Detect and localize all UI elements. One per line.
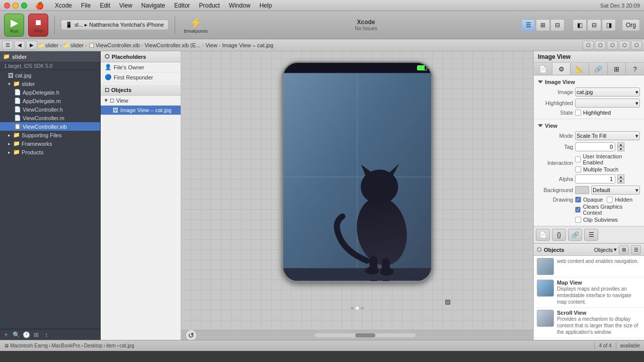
multiple-touch-checkbox[interactable]	[575, 166, 581, 172]
inspector-tool-1[interactable]: 📄	[536, 229, 550, 241]
breadcrumb-action1[interactable]: ⬡	[583, 41, 594, 50]
objects-grid-view[interactable]: ⊞	[619, 245, 629, 254]
sidebar-item-supporting-files[interactable]: ▸ 📁 Supporting Files	[0, 131, 100, 139]
tag-input[interactable]	[575, 142, 615, 151]
close-button[interactable]	[4, 3, 10, 9]
maximize-button[interactable]	[21, 3, 27, 9]
file-list-btn[interactable]: ☰	[2, 41, 13, 50]
resize-handle[interactable]	[445, 300, 450, 305]
sidebar-item-appdelegate-m[interactable]: 📄 AppDelegate.m	[0, 97, 100, 105]
image-view-triangle[interactable]	[538, 80, 543, 83]
hidden-checkbox[interactable]	[607, 197, 613, 203]
canvas-bg[interactable]	[181, 51, 533, 330]
image-select[interactable]: cat.jpg ▾	[575, 87, 640, 97]
object-item-webview[interactable]: web content and enables navigation.	[534, 256, 644, 278]
organizer-btn[interactable]: Org	[622, 19, 640, 31]
view-label: View	[116, 98, 128, 104]
horizontal-scrollbar[interactable]	[315, 333, 416, 337]
stop-button[interactable]: ■ Stop	[28, 14, 48, 37]
back-btn[interactable]: ◀	[14, 41, 25, 50]
menu-product[interactable]: Product	[195, 1, 224, 10]
imageview-tree-item[interactable]: 🖼 Image View – cat.jpg	[101, 106, 181, 115]
mode-select[interactable]: Scale To Fill ▾	[575, 131, 640, 140]
inspector-tab-connections[interactable]: 🔗	[589, 63, 608, 75]
breadcrumb-action2[interactable]: ⬡	[595, 41, 606, 50]
tag-decrement[interactable]: ▼	[617, 147, 624, 151]
status-desktop: Desktop	[84, 343, 103, 348]
menu-file[interactable]: File	[77, 1, 95, 10]
sort-button[interactable]: ↕	[42, 331, 50, 339]
stop-label: Stop	[34, 28, 43, 33]
debug-toggle[interactable]: ⊟	[587, 19, 601, 31]
sidebar-item-frameworks[interactable]: ▸ 📁 Frameworks	[0, 139, 100, 148]
inspector-tab-help[interactable]: ?	[626, 63, 644, 75]
menu-navigate[interactable]: Navigate	[137, 1, 169, 10]
add-file-button[interactable]: +	[2, 331, 10, 339]
user-interaction-checkbox[interactable]	[575, 156, 581, 162]
menu-edit[interactable]: Edit	[96, 1, 114, 10]
filter-button[interactable]: 🔍	[12, 331, 20, 339]
background-select[interactable]: Default ▾	[591, 186, 640, 195]
apple-menu[interactable]: 🍎	[31, 1, 48, 11]
sidebar-item-viewcontroller-m[interactable]: 📄 ViewController.m	[0, 114, 100, 122]
sidebar-item-appdelegate-h[interactable]: 📄 AppDelegate.h	[0, 88, 100, 97]
breadcrumb-action4[interactable]: ⬡	[619, 41, 630, 50]
hierarchy-button[interactable]: ⊞	[32, 331, 40, 339]
opaque-checkbox[interactable]	[575, 197, 581, 203]
highlighted-select[interactable]: ▾	[575, 99, 640, 108]
clears-graphics-checkbox[interactable]	[575, 207, 581, 213]
minimize-button[interactable]	[13, 3, 19, 9]
sidebar-item-catjpg[interactable]: 🖼 cat.jpg	[0, 71, 100, 79]
alpha-increment[interactable]: ▲	[617, 174, 624, 179]
menu-editor[interactable]: Editor	[170, 1, 194, 10]
breadcrumb-viewcontroller-expanded[interactable]: ViewController.xib (E... ›	[144, 42, 204, 48]
inspector-tab-file[interactable]: 📄	[534, 63, 552, 75]
assistant-editor-btn[interactable]: ⊞	[536, 19, 550, 31]
standard-editor-btn[interactable]: ☰	[521, 19, 535, 31]
breakpoints-button[interactable]: ⚡ Breakpoints	[181, 14, 211, 37]
menu-view[interactable]: View	[115, 1, 136, 10]
objects-list-view[interactable]: ☰	[631, 245, 641, 254]
alpha-decrement[interactable]: ▼	[617, 179, 624, 184]
recent-button[interactable]: 🕐	[22, 331, 30, 339]
sidebar-item-products[interactable]: ▸ 📁 Products	[0, 148, 100, 156]
breadcrumb-view[interactable]: View ›	[205, 42, 221, 48]
tag-increment[interactable]: ▲	[617, 142, 624, 147]
alpha-input[interactable]	[575, 174, 615, 184]
object-item-scrollview[interactable]: Scroll View Provides a mechanism to disp…	[534, 308, 644, 338]
navigator-toggle[interactable]: ◧	[573, 19, 587, 31]
object-item-mapview[interactable]: Map View Displays maps and provides an e…	[534, 278, 644, 308]
breadcrumb-action5[interactable]: ⬡	[631, 41, 642, 50]
files-owner-item[interactable]: 👤 File's Owner	[101, 62, 181, 72]
inspector-tab-size[interactable]: 📐	[571, 63, 589, 75]
version-editor-btn[interactable]: ⊟	[550, 19, 565, 31]
menu-help[interactable]: Help	[256, 1, 276, 10]
view-tree-item[interactable]: ▾ ◻ View	[101, 96, 181, 106]
breadcrumb-viewcontroller-xib[interactable]: 📋 ViewController.xib ›	[89, 42, 144, 48]
forward-btn[interactable]: ▶	[26, 41, 37, 50]
sidebar-item-viewcontroller-xib[interactable]: 📋 ViewController.xib	[0, 122, 100, 131]
breadcrumb-slider1[interactable]: 📁 slider ›	[38, 42, 62, 48]
breadcrumb-action3[interactable]: ⬡	[607, 41, 618, 50]
scheme-selector[interactable]: 📱 sl... ▸ Natthanicha Yontchai's iPhone	[61, 20, 169, 30]
first-responder-item[interactable]: 🔵 First Responder	[101, 72, 181, 82]
breadcrumb-imageview[interactable]: Image View – cat.jpg	[222, 42, 274, 48]
sidebar-item-viewcontroller-h[interactable]: 📄 ViewController.h	[0, 105, 100, 114]
background-color-swatch[interactable]	[575, 186, 589, 194]
breadcrumb-slider2[interactable]: 📁 slider ›	[63, 42, 88, 48]
view-triangle[interactable]	[538, 124, 543, 127]
inspector-tool-3[interactable]: 🔗	[568, 229, 582, 241]
state-checkbox[interactable]	[575, 110, 581, 116]
clip-subviews-checkbox[interactable]	[575, 217, 581, 223]
inspector-tab-bindings[interactable]: ⊞	[608, 63, 626, 75]
utilities-toggle[interactable]: ◨	[602, 19, 616, 31]
object-item-datepicker[interactable]: Date Picker Displays multiple rotating w…	[534, 338, 644, 340]
inspector-tool-2[interactable]: {}	[552, 229, 566, 241]
run-button[interactable]: ▶ Run	[4, 14, 24, 37]
menu-window[interactable]: Window	[225, 1, 255, 10]
menu-xcode[interactable]: Xcode	[51, 1, 76, 10]
sidebar-item-slider-folder[interactable]: ▾ 📁 slider	[0, 79, 100, 88]
canvas-back-btn[interactable]: ↺	[185, 329, 197, 340]
inspector-tab-attributes[interactable]: ⚙	[552, 63, 571, 75]
inspector-tool-4[interactable]: ☰	[584, 229, 598, 241]
